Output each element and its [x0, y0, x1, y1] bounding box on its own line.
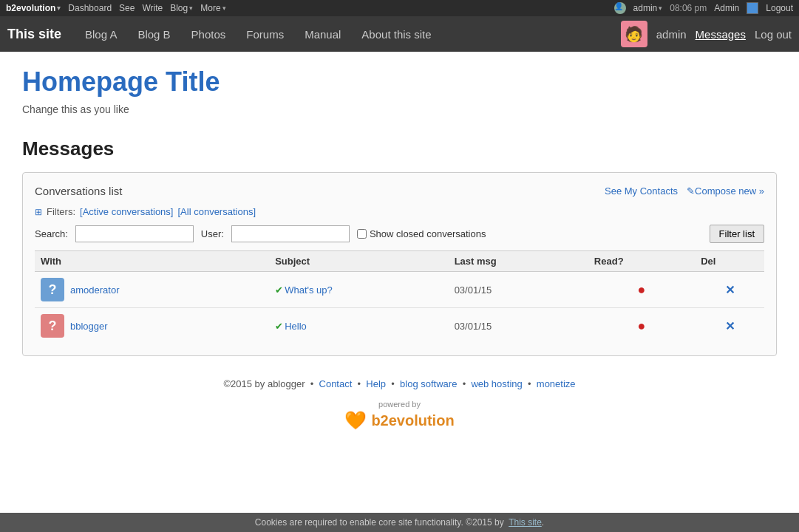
see-contacts-link[interactable]: See My Contacts	[605, 185, 678, 197]
read-cell: ●	[588, 272, 695, 308]
read-dot: ●	[638, 318, 646, 333]
more-dropdown[interactable]: More ▾	[200, 3, 225, 13]
subject-link[interactable]: Hello	[285, 321, 307, 332]
filters-icon: ⊞	[35, 207, 42, 217]
table-row: ?bblogger✔Hello03/01/15●✕	[35, 308, 764, 344]
col-with: With	[35, 251, 269, 272]
conversations-body: ?amoderator✔What's up?03/01/15●✕?bblogge…	[35, 272, 764, 344]
messages-panel: Conversations list See My Contacts ✎Comp…	[22, 172, 777, 356]
user-input[interactable]	[231, 225, 350, 242]
site-title: This site	[7, 27, 61, 42]
nav-blog-a[interactable]: Blog A	[76, 24, 126, 45]
b2evo-brand: b2evolution	[371, 412, 454, 429]
logout-link-admin[interactable]: Logout	[766, 3, 793, 13]
nav-blog-b[interactable]: Blog B	[129, 24, 179, 45]
table-header: With Subject Last msg Read? Del	[35, 251, 764, 272]
main-content: Homepage Title Change this as you like M…	[0, 52, 799, 453]
panel-header-right: See My Contacts ✎Compose new »	[605, 185, 764, 197]
footer-web-hosting[interactable]: web hosting	[471, 378, 522, 389]
nav-manual[interactable]: Manual	[296, 24, 350, 45]
see-link[interactable]: See	[119, 3, 135, 13]
user-cell: ?bblogger	[41, 314, 263, 338]
site-nav: This site Blog A Blog B Photos Forums Ma…	[0, 16, 799, 52]
active-conversations-link[interactable]: [Active conversations]	[80, 206, 173, 217]
admin-bar-left: b2evolution ▾ Dashboard See Write Blog ▾…	[6, 3, 614, 13]
search-input[interactable]	[75, 225, 194, 242]
more-label: More	[200, 3, 220, 13]
delete-link[interactable]: ✕	[725, 320, 735, 332]
site-logout-link[interactable]: Log out	[755, 28, 792, 41]
nav-forums[interactable]: Forums	[237, 24, 293, 45]
filter-button[interactable]: Filter list	[710, 225, 764, 243]
admin-dropdown-arrow: ▾	[659, 4, 662, 12]
homepage-title: Homepage Title	[22, 66, 777, 98]
footer: ©2015 by ablogger • Contact • Help • blo…	[22, 356, 777, 438]
check-icon: ✔	[275, 321, 283, 332]
del-cell: ✕	[695, 308, 764, 344]
conversations-list-label: Conversations list	[35, 185, 122, 197]
subject-link[interactable]: What's up?	[285, 284, 333, 296]
b2evo-icon: 🧡	[344, 410, 367, 431]
site-messages-link[interactable]: Messages	[696, 28, 746, 41]
col-subject: Subject	[269, 251, 448, 272]
nav-about[interactable]: About this site	[353, 24, 440, 45]
del-cell: ✕	[695, 272, 764, 308]
lastmsg-cell: 03/01/15	[449, 272, 588, 308]
powered-by-text: powered by	[378, 400, 421, 409]
dashboard-link[interactable]: Dashboard	[68, 3, 112, 13]
conversations-table: With Subject Last msg Read? Del ?amodera…	[35, 250, 764, 344]
user-link[interactable]: amoderator	[70, 284, 119, 296]
read-cell: ●	[588, 308, 695, 344]
nav-photos[interactable]: Photos	[183, 24, 235, 45]
lastmsg-cell: 03/01/15	[449, 308, 588, 344]
search-row: Search: User: Show closed conversations …	[35, 225, 764, 243]
col-del: Del	[695, 251, 764, 272]
user-label: User:	[201, 228, 224, 239]
admin-username: admin	[633, 3, 658, 13]
compose-link[interactable]: ✎Compose new »	[687, 185, 764, 197]
user-avatar-small: ?	[41, 278, 64, 301]
powered-by: powered by 🧡 b2evolution	[30, 400, 769, 431]
more-arrow: ▾	[222, 4, 226, 12]
check-icon: ✔	[275, 284, 283, 296]
col-read: Read?	[588, 251, 695, 272]
footer-monetize[interactable]: monetize	[537, 378, 576, 389]
admin-link[interactable]: Admin	[714, 3, 739, 13]
read-dot: ●	[638, 282, 646, 297]
admin-time: 08:06 pm	[670, 3, 707, 13]
footer-blog-software[interactable]: blog software	[400, 378, 457, 389]
filters-label: Filters:	[47, 206, 75, 217]
show-closed-checkbox[interactable]	[357, 229, 367, 239]
show-closed-label: Show closed conversations	[357, 228, 486, 239]
delete-link[interactable]: ✕	[725, 284, 735, 296]
admin-bar-right: 👤 admin ▾ 08:06 pm Admin Logout	[614, 2, 793, 14]
site-nav-links: Blog A Blog B Photos Forums Manual About…	[76, 24, 621, 45]
footer-contact[interactable]: Contact	[319, 378, 353, 389]
write-link[interactable]: Write	[142, 3, 163, 13]
footer-help[interactable]: Help	[366, 378, 386, 389]
subject-cell: ✔Hello	[269, 308, 448, 344]
with-cell: ?amoderator	[35, 272, 269, 308]
user-link[interactable]: bblogger	[70, 321, 108, 332]
admin-bar: b2evolution ▾ Dashboard See Write Blog ▾…	[0, 0, 799, 16]
blog-arrow: ▾	[189, 4, 193, 12]
subject-cell: ✔What's up?	[269, 272, 448, 308]
admin-user-dropdown[interactable]: admin ▾	[633, 3, 663, 13]
panel-header: Conversations list See My Contacts ✎Comp…	[35, 185, 764, 197]
homepage-subtitle: Change this as you like	[22, 103, 777, 115]
filters-row: ⊞ Filters: [Active conversations] [All c…	[35, 206, 764, 217]
blog-label: Blog	[170, 3, 188, 13]
user-avatar: 🧑	[621, 21, 647, 47]
admin-avatar-icon: 👤	[614, 2, 626, 14]
user-cell: ?amoderator	[41, 278, 263, 301]
blog-dropdown[interactable]: Blog ▾	[170, 3, 193, 13]
col-lastmsg: Last msg	[449, 251, 588, 272]
all-conversations-link[interactable]: [All conversations]	[177, 206, 256, 217]
site-nav-right: 🧑 admin Messages Log out	[621, 21, 792, 47]
user-avatar-small: ?	[41, 314, 64, 338]
footer-copyright: ©2015 by ablogger	[223, 378, 305, 389]
brand-link[interactable]: b2evolution ▾	[6, 3, 61, 13]
search-label: Search:	[35, 228, 68, 239]
section-title: Messages	[22, 137, 777, 160]
site-username: admin	[656, 28, 687, 41]
